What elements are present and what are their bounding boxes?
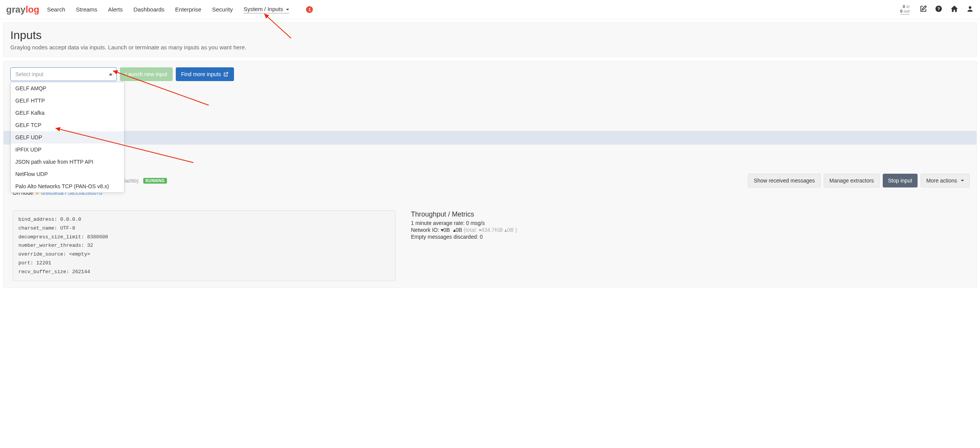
help-icon[interactable]: ? <box>935 5 942 14</box>
nav-streams[interactable]: Streams <box>76 6 97 13</box>
svg-point-2 <box>969 6 972 9</box>
dd-item-ipfix-udp[interactable]: IPFIX UDP <box>11 143 124 156</box>
nav-alerts[interactable]: Alerts <box>108 6 123 13</box>
user-icon[interactable] <box>966 5 974 14</box>
chevron-down-icon <box>286 9 289 10</box>
home-icon[interactable] <box>950 5 959 14</box>
logo[interactable]: graylog <box>6 4 39 15</box>
chevron-up-icon <box>109 73 113 75</box>
dd-item-json-http[interactable]: JSON path value from HTTP API <box>11 156 124 168</box>
svg-text:?: ? <box>937 6 940 11</box>
dd-item-netflow-udp[interactable]: NetFlow UDP <box>11 168 124 180</box>
edit-icon[interactable] <box>919 5 927 14</box>
throughput-metrics: Throughput / Metrics 1 minute average ra… <box>411 210 572 241</box>
dd-item-gelf-tcp[interactable]: GELF TCP <box>11 119 124 131</box>
page-title: Inputs <box>10 29 970 42</box>
nav-security[interactable]: Security <box>212 6 233 13</box>
dd-item-gelf-kafka[interactable]: GELF Kafka <box>11 107 124 119</box>
dd-item-gelf-http[interactable]: GELF HTTP <box>11 94 124 107</box>
status-badge: RUNNING <box>143 178 167 184</box>
chevron-down-icon <box>961 180 964 181</box>
show-received-messages-button[interactable]: Show received messages <box>748 174 821 187</box>
metrics-avg-rate: 1 minute average rate: 0 msg/s <box>411 220 572 226</box>
dd-item-gelf-amqp[interactable]: GELF AMQP <box>11 82 124 94</box>
metrics-title: Throughput / Metrics <box>411 210 572 218</box>
nav-search[interactable]: Search <box>47 6 65 13</box>
external-link-icon <box>223 72 229 77</box>
nav-enterprise[interactable]: Enterprise <box>175 6 201 13</box>
top-nav-bar: graylog Search Streams Alerts Dashboards… <box>0 0 980 19</box>
input-type-select[interactable]: Select input <box>10 67 117 81</box>
input-toolbar: Select input Launch new input Find more … <box>10 67 970 81</box>
main-nav: Search Streams Alerts Dashboards Enterpr… <box>47 6 900 13</box>
input-detail-row: bind_address: 0.0.0.0 charset_name: UTF-… <box>10 210 970 281</box>
section-band <box>3 131 977 145</box>
mini-throughput: 0 in 0 out <box>900 4 910 15</box>
input-status-row: 338a06b) RUNNING Show received messages … <box>118 174 970 187</box>
nav-right-controls: 0 in 0 out ? <box>900 4 974 15</box>
page-header-panel: Inputs Graylog nodes accept data via inp… <box>3 22 977 57</box>
metrics-network-io: Network IO: ▾0B ▴0B (total: ▾434.7KiB ▴0… <box>411 227 572 233</box>
manage-extractors-button[interactable]: Manage extractors <box>824 174 880 187</box>
input-type-dropdown[interactable]: GELF AMQP GELF HTTP GELF Kafka GELF TCP … <box>10 82 124 193</box>
input-actions: Show received messages Manage extractors… <box>748 174 970 187</box>
nav-system-inputs[interactable]: System / Inputs <box>244 6 290 13</box>
dd-item-gelf-udp[interactable]: GELF UDP <box>11 131 124 143</box>
inputs-content-panel: Select input Launch new input Find more … <box>3 61 977 288</box>
input-config-box: bind_address: 0.0.0.0 charset_name: UTF-… <box>13 210 396 281</box>
find-more-inputs-button[interactable]: Find more inputs <box>176 67 234 81</box>
page-subtitle: Graylog nodes accept data via inputs. La… <box>10 44 970 51</box>
stop-input-button[interactable]: Stop input <box>883 174 918 187</box>
more-actions-button[interactable]: More actions <box>921 174 970 187</box>
notification-badge[interactable]: 1 <box>306 6 313 13</box>
metrics-empty-discarded: Empty messages discarded: 0 <box>411 234 572 240</box>
launch-new-input-button[interactable]: Launch new input <box>120 67 173 81</box>
nav-dashboards[interactable]: Dashboards <box>133 6 164 13</box>
node-line: On node ★ 6f983eda / 5a55fa590b7b <box>13 190 970 196</box>
dd-item-paloalto-tcp[interactable]: Palo Alto Networks TCP (PAN-OS v8.x) <box>11 180 124 192</box>
